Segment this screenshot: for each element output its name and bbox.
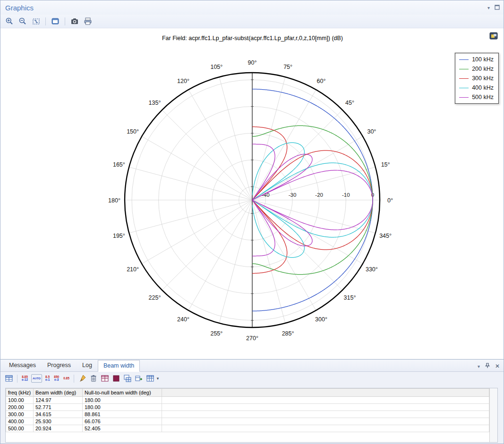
legend-item: 300 kHz: [459, 75, 494, 82]
toolbar-separator: [17, 375, 17, 383]
legend-line-sample: [459, 78, 469, 79]
delete-trash-icon[interactable]: [89, 374, 98, 383]
angle-tick-label: 0°: [387, 197, 393, 204]
table-scrollbar[interactable]: [489, 388, 497, 442]
color-swatch-icon[interactable]: [111, 374, 121, 383]
print-icon[interactable]: [83, 16, 93, 26]
tab-messages[interactable]: Messages: [3, 360, 42, 371]
legend-line-sample: [459, 88, 469, 88]
angle-tick-label: 285°: [282, 330, 294, 337]
zoom-extents-icon[interactable]: [31, 16, 41, 26]
angle-tick-label: 30°: [367, 128, 376, 135]
table-row[interactable]: 400.0025.93066.076: [6, 418, 489, 425]
angle-tick-label: 270°: [246, 335, 258, 342]
angle-tick-label: 210°: [127, 266, 139, 273]
table-cell: 100.00: [6, 397, 34, 404]
full-precision-button[interactable]: 8.85e-12: [21, 374, 29, 383]
table-row[interactable]: 200.0052.771180.00: [6, 404, 489, 411]
table-cell: 34.615: [34, 411, 83, 418]
angle-tick-label: 255°: [210, 330, 222, 337]
graphics-titlebar: Graphics ▾: [0, 0, 504, 15]
precision-grid-icon[interactable]: [4, 374, 14, 383]
legend-label: 300 kHz: [472, 75, 494, 82]
polar-chart[interactable]: -40-30-20-1000°15°30°45°60°75°90°105°120…: [0, 28, 504, 360]
table-row[interactable]: 100.00124.97180.00: [6, 397, 489, 404]
table-settings-icon[interactable]: [145, 374, 155, 383]
graphics-toolbar: [0, 15, 504, 28]
plot-canvas[interactable]: -40-30-20-1000°15°30°45°60°75°90°105°120…: [0, 28, 504, 359]
table-column-header[interactable]: Beam width (deg): [34, 389, 83, 397]
export-table-icon[interactable]: [134, 374, 144, 383]
table-cell: 66.076: [83, 418, 162, 425]
table-cell: [162, 397, 489, 404]
table-column-header[interactable]: [162, 389, 489, 397]
angle-gridline: [129, 200, 252, 233]
angle-gridline: [142, 136, 252, 200]
table-cell: [162, 404, 489, 411]
table-row[interactable]: 500.0020.92452.405: [6, 425, 489, 432]
table-cell: 180.00: [83, 397, 162, 404]
legend-line-sample: [459, 69, 469, 69]
angle-tick-label: 90°: [248, 59, 257, 66]
table-cell: 52.771: [34, 404, 83, 411]
legend-label: 200 kHz: [472, 66, 494, 72]
angle-gridline: [219, 77, 252, 200]
plot-window-icon[interactable]: [489, 32, 498, 42]
plot-legend: 100 kHz200 kHz300 kHz400 kHz500 kHz: [455, 53, 499, 104]
engineering-notation-button[interactable]: 850e-3: [53, 374, 60, 383]
scientific-notation-button[interactable]: 8.5e-1: [44, 374, 51, 383]
maximize-icon[interactable]: [495, 3, 500, 12]
angle-tick-label: 225°: [149, 294, 161, 301]
table-cell: 88.861: [83, 411, 162, 418]
tab-list-chevron-icon[interactable]: ▾: [478, 364, 480, 369]
legend-line-sample: [459, 59, 469, 60]
pin-icon[interactable]: [485, 362, 490, 370]
legend-item: 400 kHz: [459, 84, 494, 91]
angle-gridline: [252, 200, 376, 233]
angle-gridline: [142, 200, 252, 264]
legend-item: 100 kHz: [459, 56, 494, 63]
angle-tick-label: 330°: [366, 266, 378, 273]
zoom-in-icon[interactable]: [4, 16, 15, 26]
beam-width-table-container: freq (kHz)Beam width (deg)Null-to-null b…: [5, 388, 498, 443]
decimal-notation-button[interactable]: 0.85: [62, 374, 70, 383]
panel-tabbar: MessagesProgressLogBeam width ▾ ✕: [0, 360, 504, 372]
camera-icon[interactable]: [69, 16, 80, 26]
table-column-header[interactable]: freq (kHz): [6, 389, 34, 397]
angle-gridline: [129, 167, 252, 200]
legend-label: 400 kHz: [472, 84, 494, 91]
angle-tick-label: 240°: [177, 316, 189, 323]
table-cell: [162, 418, 489, 425]
clear-brush-icon[interactable]: [77, 374, 87, 383]
table-header-row: freq (kHz)Beam width (deg)Null-to-null b…: [6, 389, 489, 397]
angle-gridline: [219, 200, 252, 323]
legend-label: 500 kHz: [472, 94, 494, 101]
copy-table-icon[interactable]: [123, 374, 132, 383]
table-column-header[interactable]: Null-to-null beam width (deg): [83, 389, 162, 397]
table-cell: [162, 411, 489, 418]
table-row[interactable]: 300.0034.61588.861: [6, 411, 489, 418]
table-cell: 200.00: [6, 404, 34, 411]
angle-gridline: [252, 167, 376, 200]
angle-tick-label: 45°: [345, 100, 354, 106]
zoom-out-icon[interactable]: [17, 16, 28, 26]
angle-gridline: [188, 200, 252, 310]
legend-item: 500 kHz: [459, 94, 494, 101]
panel-menu-chevron-icon[interactable]: ▾: [487, 5, 490, 10]
angle-gridline: [162, 200, 252, 290]
angle-gridline: [252, 110, 342, 200]
legend-item: 200 kHz: [459, 66, 494, 72]
image-snapshot-icon[interactable]: [50, 16, 60, 26]
tab-log[interactable]: Log: [77, 360, 98, 371]
tab-progress[interactable]: Progress: [42, 360, 77, 371]
close-icon[interactable]: ✕: [495, 363, 500, 369]
tab-beam-width[interactable]: Beam width: [98, 360, 140, 372]
angle-tick-label: 195°: [113, 233, 125, 239]
table-menu-chevron-icon[interactable]: ▾: [157, 376, 159, 381]
radius-tick-label: -10: [342, 192, 350, 198]
angle-gridline: [252, 200, 342, 290]
auto-notation-button[interactable]: AUTO: [31, 374, 42, 383]
angle-tick-label: 180°: [108, 197, 120, 204]
angle-tick-label: 105°: [210, 64, 222, 70]
update-table-icon[interactable]: [100, 374, 110, 383]
